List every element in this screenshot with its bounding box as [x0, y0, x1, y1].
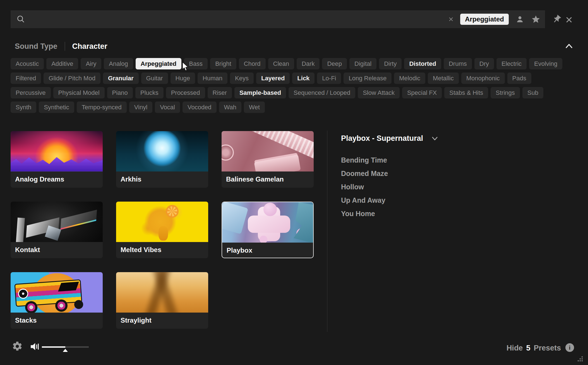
- preset-item-bending-time[interactable]: Bending Time: [341, 156, 388, 170]
- filter-chip-clean[interactable]: Clean: [268, 58, 294, 69]
- filter-chip-wet[interactable]: Wet: [244, 101, 265, 113]
- close-icon[interactable]: [565, 16, 573, 23]
- filter-chip-evolving[interactable]: Evolving: [529, 58, 562, 69]
- filter-chip-metallic[interactable]: Metallic: [428, 72, 459, 84]
- user-icon[interactable]: [515, 15, 524, 24]
- filter-chip-vocoded[interactable]: Vocoded: [183, 101, 217, 113]
- filter-chip-processed[interactable]: Processed: [166, 87, 205, 98]
- filter-chip-human[interactable]: Human: [198, 72, 227, 84]
- filter-chip-guitar[interactable]: Guitar: [141, 72, 168, 84]
- filter-chip-airy[interactable]: Airy: [81, 58, 101, 69]
- filter-chip-plucks[interactable]: Plucks: [135, 87, 164, 98]
- product-tile-playbox[interactable]: Playbox: [222, 202, 314, 258]
- filter-chip-sequenced-looped[interactable]: Sequenced / Looped: [289, 87, 355, 98]
- filter-chip-vocal[interactable]: Vocal: [155, 101, 180, 113]
- filter-chip-sub[interactable]: Sub: [522, 87, 543, 98]
- filter-chip-percussive[interactable]: Percussive: [11, 87, 51, 98]
- filter-chip-wah[interactable]: Wah: [219, 101, 241, 113]
- search-icon: [16, 14, 26, 24]
- hide-presets-suffix: Presets: [534, 344, 561, 352]
- product-tile-balinese-gamelan[interactable]: Balinese Gamelan: [222, 131, 314, 188]
- filter-chip-tempo-synced[interactable]: Tempo-synced: [77, 101, 127, 113]
- filter-chip-arpeggiated[interactable]: Arpeggiated: [136, 58, 181, 69]
- filter-chip-drums[interactable]: Drums: [444, 58, 472, 69]
- filter-chip-distorted[interactable]: Distorted: [404, 58, 441, 69]
- collapse-filters-chevron-up-icon[interactable]: [564, 42, 574, 50]
- favorites-star-icon[interactable]: [531, 14, 541, 24]
- filter-chip-granular[interactable]: Granular: [103, 72, 139, 84]
- hide-presets-prefix: Hide: [507, 344, 523, 352]
- volume-speaker-icon[interactable]: [29, 342, 40, 351]
- settings-gear-icon[interactable]: [12, 341, 23, 352]
- straylight-artwork: [116, 272, 208, 313]
- filter-chip-lick[interactable]: Lick: [292, 72, 315, 84]
- filter-chip-filtered[interactable]: Filtered: [11, 72, 41, 84]
- product-tile-straylight[interactable]: Straylight: [116, 272, 208, 329]
- preset-item-doomed-maze[interactable]: Doomed Maze: [341, 170, 388, 183]
- product-tile-analog-dreams[interactable]: Analog Dreams: [11, 131, 103, 188]
- stacks-artwork: [11, 272, 103, 313]
- info-icon[interactable]: i: [565, 343, 574, 352]
- filter-chip-acoustic[interactable]: Acoustic: [11, 58, 44, 69]
- filter-chip-dry[interactable]: Dry: [474, 58, 494, 69]
- filter-chip-rows: AcousticAdditiveAiryAnalogArpeggiatedBas…: [11, 58, 562, 113]
- preset-group-chevron-down-icon[interactable]: [431, 135, 439, 142]
- filter-chip-long-release[interactable]: Long Release: [344, 72, 392, 84]
- filter-chip-strings[interactable]: Strings: [491, 87, 520, 98]
- filter-chip-synth[interactable]: Synth: [11, 101, 36, 113]
- filter-chip-huge[interactable]: Huge: [171, 72, 195, 84]
- active-filter-chip[interactable]: Arpeggiated: [460, 14, 509, 25]
- filter-chip-riser[interactable]: Riser: [208, 87, 232, 98]
- filter-chip-pads[interactable]: Pads: [507, 72, 531, 84]
- preset-item-up-and-away[interactable]: Up And Away: [341, 196, 388, 210]
- filter-chip-melodic[interactable]: Melodic: [394, 72, 425, 84]
- tab-character[interactable]: Character: [72, 42, 107, 51]
- volume-slider[interactable]: [42, 343, 91, 355]
- product-tile-melted-vibes[interactable]: Melted Vibes: [116, 202, 208, 258]
- filter-chip-dirty[interactable]: Dirty: [379, 58, 402, 69]
- filter-chip-slow-attack[interactable]: Slow Attack: [358, 87, 400, 98]
- hide-presets-button[interactable]: Hide 5 Presets: [507, 344, 561, 352]
- filter-chip-chord[interactable]: Chord: [239, 58, 266, 69]
- product-tile-label: Stacks: [11, 313, 103, 329]
- filter-chip-vinyl[interactable]: Vinyl: [129, 101, 152, 113]
- search-input[interactable]: [30, 10, 448, 28]
- product-tile-label: Kontakt: [11, 242, 103, 258]
- product-tile-label: Balinese Gamelan: [222, 171, 314, 188]
- kontakt-artwork: [11, 202, 103, 242]
- filter-chip-keys[interactable]: Keys: [230, 72, 254, 84]
- filter-chip-special-fx[interactable]: Special FX: [402, 87, 442, 98]
- filter-chip-piano[interactable]: Piano: [107, 87, 133, 98]
- product-tile-kontakt[interactable]: Kontakt: [11, 202, 103, 258]
- arkhis-artwork: [116, 131, 208, 171]
- filter-chip-monophonic[interactable]: Monophonic: [461, 72, 505, 84]
- filter-chip-analog[interactable]: Analog: [104, 58, 133, 69]
- product-tile-stacks[interactable]: Stacks: [11, 272, 103, 329]
- filter-chip-physical-model[interactable]: Physical Model: [53, 87, 105, 98]
- product-tile-grid: Analog DreamsArkhisBalinese GamelanKonta…: [11, 131, 314, 329]
- preset-item-hollow[interactable]: Hollow: [341, 183, 388, 196]
- volume-handle[interactable]: [63, 349, 68, 352]
- pin-icon[interactable]: [552, 14, 561, 24]
- filter-chip-layered[interactable]: Layered: [256, 72, 290, 84]
- filter-chip-electric[interactable]: Electric: [496, 58, 527, 69]
- resize-grip[interactable]: [577, 356, 583, 362]
- filter-chip-sample-based[interactable]: Sample-based: [234, 87, 286, 98]
- preset-list: Bending TimeDoomed MazeHollowUp And Away…: [341, 156, 388, 223]
- filter-chip-additive[interactable]: Additive: [46, 58, 78, 69]
- preset-item-you-home[interactable]: You Home: [341, 210, 388, 223]
- filter-chip-lo-fi[interactable]: Lo-Fi: [317, 72, 341, 84]
- preset-group-header[interactable]: Playbox - Supernatural: [341, 134, 439, 143]
- filter-chip-stabs-hits[interactable]: Stabs & Hits: [444, 87, 488, 98]
- product-tile-arkhis[interactable]: Arkhis: [116, 131, 208, 188]
- melted-vibes-artwork: [116, 202, 208, 242]
- filter-chip-bright[interactable]: Bright: [210, 58, 236, 69]
- filter-chip-dark[interactable]: Dark: [297, 58, 320, 69]
- filter-chip-synthetic[interactable]: Synthetic: [39, 101, 74, 113]
- clear-search-icon[interactable]: [448, 17, 453, 22]
- balinese-gamelan-artwork: [222, 131, 314, 171]
- filter-chip-glide-pitch-mod[interactable]: Glide / Pitch Mod: [44, 72, 100, 84]
- tab-sound-type[interactable]: Sound Type: [15, 42, 57, 51]
- filter-chip-deep[interactable]: Deep: [322, 58, 347, 69]
- filter-chip-digital[interactable]: Digital: [349, 58, 376, 69]
